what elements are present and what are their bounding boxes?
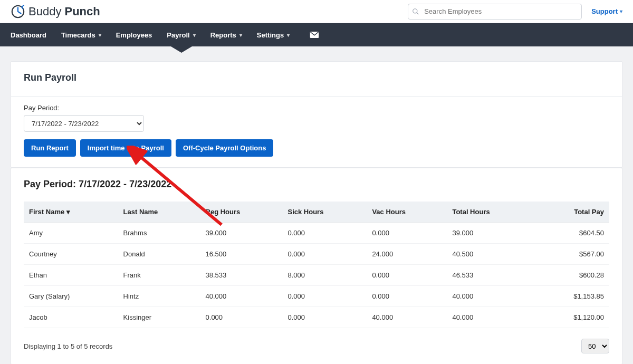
cell-vac-hours: 24.000: [367, 244, 447, 265]
table-row[interactable]: AmyBrahms39.0000.0000.00039.000$604.50: [24, 223, 609, 244]
col-reg-hours[interactable]: Reg Hours: [200, 202, 283, 223]
search-wrap: [408, 4, 582, 20]
payroll-table: First Name▾ Last Name Reg Hours Sick Hou…: [24, 202, 609, 328]
cell-vac-hours: 40.000: [367, 307, 447, 328]
cell-last-name: Hintz: [118, 286, 200, 307]
cell-total-hours: 40.000: [447, 286, 534, 307]
active-tab-arrow-icon: [171, 46, 192, 53]
table-row[interactable]: EthanFrank38.5338.0000.00046.533$600.28: [24, 265, 609, 286]
cell-reg-hours: 40.000: [200, 286, 283, 307]
table-header-row: First Name▾ Last Name Reg Hours Sick Hou…: [24, 202, 609, 223]
topbar: Buddy Punch Support ▾: [0, 0, 633, 23]
cell-total-pay: $567.00: [534, 244, 609, 265]
nav-messages[interactable]: [310, 23, 319, 46]
cell-sick-hours: 0.000: [282, 286, 367, 307]
cell-total-pay: $1,120.00: [534, 307, 609, 328]
svg-line-2: [417, 12, 419, 14]
svg-point-1: [413, 8, 417, 13]
cell-total-pay: $604.50: [534, 223, 609, 244]
pay-period-select[interactable]: 7/17/2022 - 7/23/2022: [24, 115, 144, 132]
cell-reg-hours: 39.000: [200, 223, 283, 244]
table-footer: Displaying 1 to 5 of 5 records 50: [24, 339, 609, 353]
brand-logo-icon: [11, 4, 25, 19]
chevron-down-icon: ▾: [193, 32, 196, 38]
cell-last-name: Frank: [118, 265, 200, 286]
chevron-down-icon: ▾: [620, 8, 622, 14]
nav-dashboard[interactable]: Dashboard: [11, 23, 46, 46]
search-icon: [412, 8, 419, 15]
col-vac-hours[interactable]: Vac Hours: [367, 202, 447, 223]
chevron-down-icon: ▾: [239, 32, 242, 38]
cell-sick-hours: 0.000: [282, 307, 367, 328]
pay-period-panel: Pay Period: 7/17/2022 - 7/23/2022 First …: [11, 168, 622, 364]
cell-total-hours: 40.000: [447, 307, 534, 328]
top-right: Support ▾: [408, 4, 622, 20]
col-total-pay[interactable]: Total Pay: [534, 202, 609, 223]
nav-payroll[interactable]: Payroll▾: [167, 23, 195, 46]
cell-vac-hours: 0.000: [367, 265, 447, 286]
col-last-name[interactable]: Last Name: [118, 202, 200, 223]
off-cycle-button[interactable]: Off-Cycle Payroll Options: [176, 139, 273, 157]
cell-first-name: Amy: [24, 223, 118, 244]
table-row[interactable]: CourtneyDonald16.5000.00024.00040.500$56…: [24, 244, 609, 265]
cell-first-name: Gary (Salary): [24, 286, 118, 307]
cell-total-hours: 39.000: [447, 223, 534, 244]
import-time-button[interactable]: Import time into Payroll: [80, 139, 171, 157]
chevron-down-icon: ▾: [99, 32, 101, 38]
search-input[interactable]: [408, 4, 582, 20]
nav-timecards[interactable]: Timecards▾: [61, 23, 101, 46]
cell-total-hours: 46.533: [447, 265, 534, 286]
record-count: Displaying 1 to 5 of 5 records: [24, 342, 112, 350]
cell-first-name: Courtney: [24, 244, 118, 265]
cell-last-name: Brahms: [118, 223, 200, 244]
support-link[interactable]: Support ▾: [591, 7, 622, 15]
navbar: Dashboard Timecards▾ Employees Payroll▾ …: [0, 23, 633, 46]
cell-sick-hours: 8.000: [282, 265, 367, 286]
col-first-name[interactable]: First Name▾: [24, 202, 118, 223]
col-total-hours[interactable]: Total Hours: [447, 202, 534, 223]
run-payroll-panel: Run Payroll Pay Period: 7/17/2022 - 7/23…: [11, 61, 622, 168]
nav-reports[interactable]: Reports▾: [210, 23, 242, 46]
brand[interactable]: Buddy Punch: [11, 4, 100, 19]
table-row[interactable]: Gary (Salary)Hintz40.0000.0000.00040.000…: [24, 286, 609, 307]
run-report-button[interactable]: Run Report: [24, 139, 76, 157]
cell-last-name: Donald: [118, 244, 200, 265]
support-label: Support: [591, 7, 618, 15]
chevron-down-icon: ▾: [66, 208, 70, 216]
cell-total-hours: 40.500: [447, 244, 534, 265]
cell-first-name: Jacob: [24, 307, 118, 328]
page-size-select[interactable]: 50: [581, 339, 609, 353]
brand-name: Buddy Punch: [28, 5, 100, 18]
table-row[interactable]: JacobKissinger0.0000.00040.00040.000$1,1…: [24, 307, 609, 328]
chevron-down-icon: ▾: [287, 32, 290, 38]
envelope-icon: [310, 31, 319, 39]
divider: [11, 96, 622, 97]
col-sick-hours[interactable]: Sick Hours: [282, 202, 367, 223]
nav-employees[interactable]: Employees: [116, 23, 152, 46]
cell-reg-hours: 38.533: [200, 265, 283, 286]
cell-vac-hours: 0.000: [367, 223, 447, 244]
cell-vac-hours: 0.000: [367, 286, 447, 307]
nav-settings[interactable]: Settings▾: [257, 23, 290, 46]
pay-period-label: Pay Period:: [24, 104, 609, 112]
button-row: Run Report Import time into Payroll Off-…: [24, 139, 609, 157]
cell-sick-hours: 0.000: [282, 223, 367, 244]
cell-total-pay: $1,153.85: [534, 286, 609, 307]
pay-period-title: Pay Period: 7/17/2022 - 7/23/2022: [24, 179, 609, 190]
panel-title: Run Payroll: [24, 72, 609, 83]
cell-total-pay: $600.28: [534, 265, 609, 286]
cell-sick-hours: 0.000: [282, 244, 367, 265]
cell-reg-hours: 0.000: [200, 307, 283, 328]
cell-reg-hours: 16.500: [200, 244, 283, 265]
cell-first-name: Ethan: [24, 265, 118, 286]
page-body: Run Payroll Pay Period: 7/17/2022 - 7/23…: [0, 46, 633, 364]
cell-last-name: Kissinger: [118, 307, 200, 328]
